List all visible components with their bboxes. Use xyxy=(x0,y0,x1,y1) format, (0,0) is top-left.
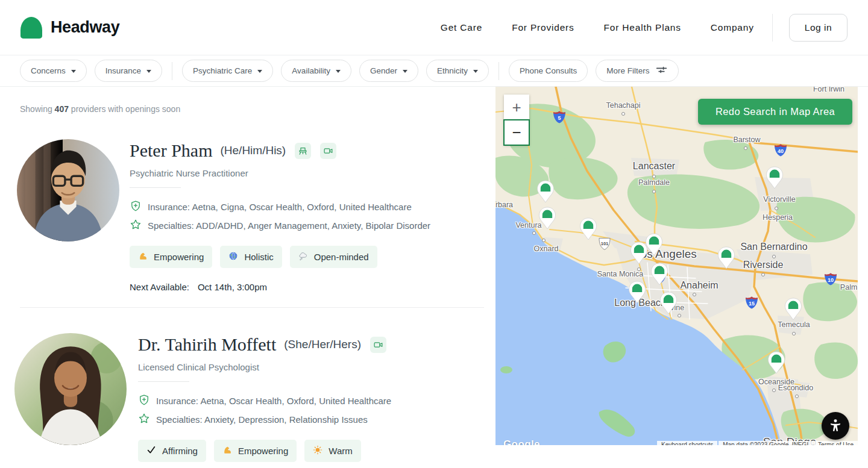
map-town-dot xyxy=(761,273,765,276)
flex-arm-icon xyxy=(222,445,232,457)
site-header: Headway Get CareFor ProvidersFor Health … xyxy=(0,0,868,55)
results-panel: Showing 407 providers with openings soon… xyxy=(0,87,495,468)
map-town-dot xyxy=(693,293,696,296)
main-nav: Get CareFor ProvidersFor Health PlansCom… xyxy=(441,22,754,33)
attribution-text[interactable]: Terms of Use xyxy=(814,441,858,445)
title-divider xyxy=(138,381,189,382)
specialties-text: Specialties: Anxiety, Depression, Relati… xyxy=(156,414,368,425)
provider-name-row: Peter Pham(He/Him/His) xyxy=(130,140,430,161)
map-label-oxnard: Oxnard xyxy=(534,245,559,253)
filter-label: Insurance xyxy=(105,66,141,75)
map-town-dot xyxy=(652,190,656,193)
results-summary: Showing 407 providers with openings soon xyxy=(20,104,495,114)
title-divider xyxy=(130,187,181,188)
insurance-row: Insurance: Aetna, Oscar Health, Oxford, … xyxy=(138,394,391,408)
provider-map-pin[interactable] xyxy=(650,263,668,285)
accessibility-button[interactable] xyxy=(822,412,849,440)
provider-map-pin[interactable] xyxy=(579,217,597,240)
results-count: 407 xyxy=(55,104,69,114)
specialties-row: Specialties: ADD/ADHD, Anger Management,… xyxy=(130,219,430,232)
provider-map-pin[interactable] xyxy=(659,292,678,314)
provider-map-pin[interactable] xyxy=(630,242,648,264)
provider-map-pin[interactable] xyxy=(767,351,785,374)
provider-title: Licensed Clinical Psychologist xyxy=(138,362,391,372)
filter-concerns[interactable]: Concerns xyxy=(20,60,87,82)
next-available-label: Next Available: xyxy=(130,282,189,292)
attribution-text[interactable]: Keyboard shortcuts xyxy=(657,441,717,445)
map-town-dot xyxy=(792,332,796,335)
specialties-row: Specialties: Anxiety, Depression, Relati… xyxy=(138,413,391,426)
map-zoom-controls: + − xyxy=(504,95,529,145)
svg-text:40: 40 xyxy=(778,148,784,154)
sun-icon xyxy=(313,445,322,457)
filter-phone-consults[interactable]: Phone Consults xyxy=(509,60,588,82)
map-label-palm-s: Palm S xyxy=(840,283,858,292)
filter-label: Psychiatric Care xyxy=(193,66,252,75)
svg-text:5: 5 xyxy=(558,115,561,121)
filter-bar: ConcernsInsurancePsychiatric CareAvailab… xyxy=(0,55,868,87)
login-button[interactable]: Log in xyxy=(789,14,848,42)
trait-badge-empowering: Empowering xyxy=(130,246,212,268)
video-session-icon xyxy=(370,337,386,353)
interstate-15-shield: 15 xyxy=(744,296,759,311)
redo-search-button[interactable]: Redo Search in Map Area xyxy=(698,99,852,125)
filter-ethnicity[interactable]: Ethnicity xyxy=(426,60,489,82)
nav-item-get-care[interactable]: Get Care xyxy=(441,22,482,33)
map-town-dot xyxy=(744,146,747,150)
attribution-text[interactable]: Map data ©2023 Google, INEGI xyxy=(719,441,813,445)
provider-card: Peter Pham(He/Him/His)Psychiatric Nurse … xyxy=(20,139,495,292)
provider-name[interactable]: Peter Pham xyxy=(130,140,212,161)
insurance-text: Insurance: Aetna, Oscar Health, Oxford, … xyxy=(156,396,391,406)
video-session-icon xyxy=(320,143,336,159)
globe-icon xyxy=(228,251,238,263)
provider-map-pin[interactable] xyxy=(766,166,784,189)
provider-map-pin[interactable] xyxy=(784,298,802,320)
map-label-lancaster: Lancaster xyxy=(633,161,675,172)
google-logo: Google xyxy=(503,438,540,445)
route-101-shield: 101 xyxy=(597,237,612,253)
star-icon xyxy=(138,413,150,426)
card-divider xyxy=(20,307,484,308)
provider-map-pin[interactable] xyxy=(536,180,555,203)
provider-map-pin[interactable] xyxy=(717,246,735,269)
nav-item-for-health-plans[interactable]: For Health Plans xyxy=(604,22,681,33)
provider-card: Dr. Tahirih Moffett(She/Her/Hers)License… xyxy=(20,333,495,468)
nav-item-company[interactable]: Company xyxy=(711,22,754,33)
trait-badges: EmpoweringHolisticOpen-minded xyxy=(130,246,430,268)
map-canvas[interactable]: + − Redo Search in Map Area Fort IrwinTe… xyxy=(495,87,858,445)
provider-map-pin[interactable] xyxy=(538,207,556,229)
interstate-10-shield: 10 xyxy=(823,272,838,288)
map-label-arbara: arbara xyxy=(495,201,513,209)
filter-gender[interactable]: Gender xyxy=(359,60,418,82)
nav-item-for-providers[interactable]: For Providers xyxy=(512,22,574,33)
filter-insurance[interactable]: Insurance xyxy=(95,60,162,82)
svg-text:10: 10 xyxy=(828,277,834,283)
filter-psychiatric-care[interactable]: Psychiatric Care xyxy=(182,60,273,82)
map-label-palmdale: Palmdale xyxy=(638,178,670,187)
map-label-barstow: Barstow xyxy=(733,136,760,144)
headway-logo-icon xyxy=(20,17,42,39)
map-label-victorville: Victorville xyxy=(763,195,795,204)
specialties-text: Specialties: ADD/ADHD, Anger Management,… xyxy=(148,220,430,231)
provider-title: Psychiatric Nurse Practitioner xyxy=(130,168,430,178)
zoom-in-button[interactable]: + xyxy=(504,95,529,120)
provider-map-pin[interactable] xyxy=(628,281,646,304)
in-person-session-icon xyxy=(295,143,311,159)
provider-photo[interactable] xyxy=(14,333,127,445)
next-available: Next Available:Oct 14th, 3:00pm xyxy=(130,282,430,292)
badge-label: Warm xyxy=(329,446,352,456)
brand-logo[interactable]: Headway xyxy=(20,17,119,39)
filter-label: Concerns xyxy=(31,66,66,75)
svg-text:15: 15 xyxy=(749,301,755,307)
chevron-down-icon xyxy=(257,70,262,73)
filter-availability[interactable]: Availability xyxy=(281,60,351,82)
map-label-temecula: Temecula xyxy=(778,320,810,329)
chevron-down-icon xyxy=(336,70,341,73)
badge-label: Open-minded xyxy=(314,252,369,262)
zoom-out-button[interactable]: − xyxy=(504,120,529,145)
provider-name[interactable]: Dr. Tahirih Moffett xyxy=(138,334,276,355)
interstate-5-shield: 5 xyxy=(552,110,567,126)
provider-photo[interactable] xyxy=(17,139,119,242)
summary-suffix: providers with openings soon xyxy=(71,104,180,114)
filter-more-filters[interactable]: More Filters xyxy=(596,60,678,82)
